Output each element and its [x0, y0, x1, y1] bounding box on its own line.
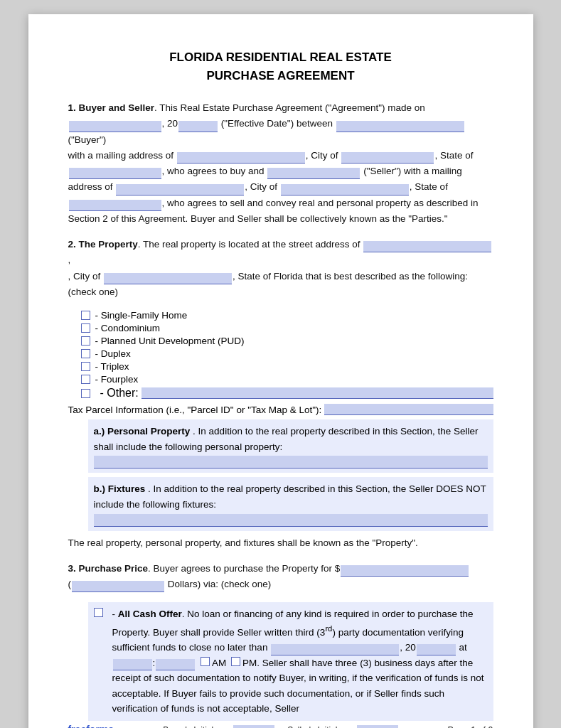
buyer-name-field[interactable] — [336, 121, 464, 132]
option-duplex: - Duplex — [81, 348, 493, 359]
seller-state-field[interactable] — [69, 200, 161, 211]
funds-minute-field[interactable] — [156, 659, 195, 670]
property-known-text: The real property, personal property, an… — [68, 535, 493, 551]
personal-property-field[interactable] — [94, 456, 488, 469]
checkbox-duplex[interactable] — [81, 349, 90, 358]
sellers-initials-field[interactable] — [357, 725, 398, 728]
purchase-price-words-field[interactable] — [72, 581, 164, 592]
title-line1: FLORIDA RESIDENTIAL REAL ESTATE — [68, 48, 493, 67]
funds-year-field[interactable] — [417, 644, 456, 655]
checkbox-am[interactable] — [201, 657, 210, 666]
buyers-initials-label: Buyer's Initials — [163, 725, 218, 728]
checkbox-pm[interactable] — [231, 657, 240, 666]
sub-b-label: b.) — [94, 483, 106, 494]
checkbox-fourplex[interactable] — [81, 375, 90, 384]
checkbox-triplex[interactable] — [81, 362, 90, 371]
section-2: 2. The Property. The real property is lo… — [68, 237, 493, 300]
seller-city-field[interactable] — [281, 184, 409, 196]
sub-a-label: a.) — [94, 426, 105, 437]
option-condo: - Condominium — [81, 323, 493, 333]
cash-offer-header: - All Cash Offer. No loan or financing o… — [94, 606, 488, 717]
checkbox-cash-offer[interactable] — [94, 608, 103, 617]
funds-date-field[interactable] — [271, 644, 399, 655]
seller-name-inline-field[interactable] — [267, 168, 360, 179]
section-1: 1. Buyer and Seller. This Real Estate Pu… — [68, 100, 493, 227]
purchase-price-field[interactable] — [341, 565, 469, 577]
option-single-family: - Single-Family Home — [81, 310, 493, 321]
cash-bold: All Cash Offer — [118, 609, 182, 619]
checkbox-condo[interactable] — [81, 323, 90, 333]
sub-b-bold: Fixtures — [108, 483, 146, 494]
document-title: FLORIDA RESIDENTIAL REAL ESTATE PURCHASE… — [68, 48, 493, 85]
option-triplex: - Triplex — [81, 361, 493, 372]
tax-parcel-row: Tax Parcel Information (i.e., "Parcel ID… — [68, 404, 493, 415]
document-page: FLORIDA RESIDENTIAL REAL ESTATE PURCHASE… — [28, 14, 533, 728]
checkbox-pud[interactable] — [81, 336, 90, 346]
initials-section: Buyer's Initials Seller's Initials — [163, 725, 398, 728]
funds-hour-field[interactable] — [113, 659, 152, 670]
brand-free: free — [68, 724, 87, 728]
buyers-initials-field[interactable] — [233, 725, 274, 728]
sub-section-b: b.) Fixtures . In addition to the real p… — [88, 477, 493, 530]
section-1-label: 1. Buyer and Seller — [68, 102, 155, 113]
effective-date-field[interactable] — [69, 121, 161, 132]
cash-offer-block: - All Cash Offer. No loan or financing o… — [88, 602, 493, 721]
tax-parcel-field[interactable] — [324, 404, 493, 415]
year-field[interactable] — [178, 121, 218, 132]
sub-section-a: a.) Personal Property . In addition to t… — [88, 419, 493, 473]
section-3-label: 3. Purchase Price — [68, 563, 149, 574]
option-other: - Other: — [81, 387, 493, 400]
checkbox-other[interactable] — [81, 389, 90, 398]
option-fourplex: - Fourplex — [81, 374, 493, 385]
buyer-state-field[interactable] — [69, 168, 161, 179]
section-2-label: 2. The Property — [68, 239, 138, 250]
title-line2: PURCHASE AGREEMENT — [68, 67, 493, 85]
option-pud: - Planned Unit Development (PUD) — [81, 336, 493, 346]
other-field[interactable] — [141, 387, 493, 399]
section-3: 3. Purchase Price. Buyer agrees to purch… — [68, 561, 493, 593]
property-type-options: - Single-Family Home - Condominium - Pla… — [68, 310, 493, 400]
checkbox-single-family[interactable] — [81, 311, 90, 320]
sub-section-cash: - All Cash Offer. No loan or financing o… — [88, 602, 493, 721]
seller-address-field[interactable] — [116, 184, 244, 196]
page-footer: freeforms Buyer's Initials Seller's Init… — [68, 724, 493, 728]
brand: freeforms — [68, 724, 114, 728]
brand-forms: forms — [86, 724, 114, 728]
fixtures-field[interactable] — [94, 514, 488, 527]
sub-a-bold: Personal Property — [107, 426, 190, 437]
property-city-field[interactable] — [104, 273, 232, 284]
property-address-field[interactable] — [363, 241, 491, 252]
sellers-initials-label: Seller's Initials — [287, 725, 341, 728]
buyer-city-field[interactable] — [341, 152, 434, 164]
page-number: Page 1 of 9 — [448, 725, 493, 728]
buyer-address-field[interactable] — [177, 152, 305, 164]
